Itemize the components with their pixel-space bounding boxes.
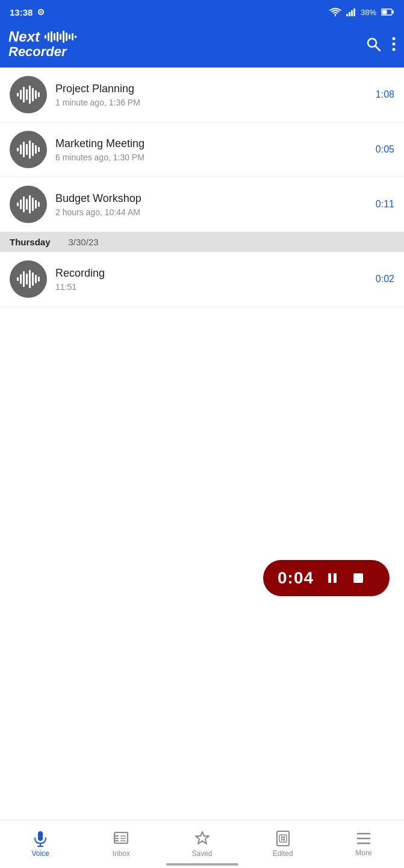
recording-meta: 2 hours ago, 10:44 AM (55, 207, 370, 217)
svg-rect-44 (26, 199, 28, 210)
svg-rect-15 (63, 31, 64, 43)
svg-point-22 (393, 37, 396, 40)
svg-rect-26 (20, 90, 22, 99)
stop-icon (352, 572, 364, 584)
microphone-icon (32, 830, 49, 847)
list-item[interactable]: Recording 11:51 0:02 (0, 252, 404, 307)
list-item[interactable]: Marketing Meeting 6 minutes ago, 1:30 PM… (0, 122, 404, 177)
svg-rect-27 (23, 87, 25, 102)
bottom-nav: Voice Inbox Saved Edited (0, 820, 404, 868)
nav-item-more[interactable]: More (323, 826, 404, 857)
vertical-dots-icon (392, 37, 396, 51)
svg-rect-17 (69, 34, 70, 39)
svg-rect-32 (38, 92, 40, 97)
stop-button[interactable] (351, 571, 365, 585)
svg-rect-60 (38, 831, 43, 841)
svg-rect-57 (328, 573, 331, 583)
svg-rect-2 (346, 14, 348, 16)
nav-label-inbox: Inbox (113, 849, 130, 858)
svg-rect-47 (35, 200, 37, 209)
nav-label-more: More (355, 849, 371, 857)
waveform-icon (16, 84, 41, 105)
svg-rect-30 (32, 88, 34, 101)
svg-rect-53 (29, 270, 31, 288)
nav-label-edited: Edited (273, 849, 293, 858)
recording-info: Project Planning 1 minute ago, 1:36 PM (55, 83, 370, 107)
battery-percentage: 38% (361, 8, 376, 17)
recording-title: Budget Workshop (55, 192, 370, 205)
status-right: 38% (329, 8, 394, 17)
signal-icon (346, 8, 356, 16)
home-indicator (166, 863, 238, 866)
more-icon (355, 831, 372, 846)
waveform-avatar (10, 76, 47, 113)
section-day: Thursday (10, 237, 51, 247)
svg-rect-42 (20, 200, 22, 209)
recording-duration: 0:11 (376, 199, 394, 210)
svg-rect-25 (17, 93, 19, 96)
svg-rect-12 (54, 33, 55, 40)
svg-rect-34 (20, 145, 22, 154)
svg-rect-13 (57, 32, 58, 42)
recording-info: Marketing Meeting 6 minutes ago, 1:30 PM (55, 137, 370, 162)
recording-meta: 6 minutes ago, 1:30 PM (55, 153, 370, 162)
recording-info: Recording 11:51 (55, 267, 370, 292)
status-bar: 13:38 38% (0, 0, 404, 24)
recording-pill: 0:04 (263, 560, 390, 596)
app-title: Next Recorder (8, 28, 78, 60)
recording-title: Marketing Meeting (55, 137, 370, 150)
svg-line-21 (376, 46, 381, 51)
waveform-icon (16, 194, 41, 215)
svg-rect-48 (38, 202, 40, 207)
app-name: Next (8, 28, 40, 46)
svg-rect-56 (38, 277, 40, 281)
recording-duration: 0:02 (376, 274, 394, 285)
section-date: 3/30/23 (69, 237, 99, 247)
svg-point-1 (40, 11, 42, 13)
nav-label-voice: Voice (31, 849, 49, 858)
nav-item-saved[interactable]: Saved (161, 825, 242, 858)
star-icon (194, 830, 211, 847)
svg-rect-71 (277, 831, 289, 846)
svg-rect-35 (23, 142, 25, 157)
svg-rect-18 (72, 33, 73, 40)
waveform-icon (16, 269, 41, 289)
list-item[interactable]: Project Planning 1 minute ago, 1:36 PM 1… (0, 68, 404, 122)
svg-rect-39 (35, 145, 37, 154)
waveform-avatar (10, 131, 47, 168)
svg-rect-59 (353, 573, 363, 583)
svg-rect-10 (48, 33, 49, 41)
svg-rect-33 (17, 148, 19, 151)
top-bar-actions (365, 36, 396, 52)
pause-button[interactable] (325, 570, 340, 586)
nav-item-voice[interactable]: Voice (0, 825, 81, 858)
svg-rect-50 (20, 274, 22, 284)
nav-item-edited[interactable]: Edited (243, 825, 323, 858)
search-button[interactable] (365, 36, 381, 52)
svg-rect-36 (26, 144, 28, 155)
svg-rect-5 (353, 8, 355, 16)
svg-rect-11 (51, 31, 52, 42)
waveform-icon (16, 139, 41, 160)
search-icon (365, 36, 381, 52)
svg-point-23 (393, 43, 396, 46)
svg-rect-41 (17, 203, 19, 206)
svg-rect-51 (23, 271, 25, 287)
app-subtitle: Recorder (8, 44, 67, 59)
list-item[interactable]: Budget Workshop 2 hours ago, 10:44 AM 0:… (0, 177, 404, 232)
svg-rect-7 (393, 11, 394, 14)
nav-item-inbox[interactable]: Inbox (81, 825, 161, 858)
top-bar: Next Recorder (0, 24, 404, 68)
svg-rect-52 (26, 274, 28, 285)
battery-icon (381, 8, 394, 16)
svg-rect-29 (29, 86, 31, 104)
recording-duration: 1:08 (376, 89, 394, 100)
svg-rect-40 (38, 147, 40, 152)
svg-rect-3 (349, 12, 350, 16)
recording-meta: 1 minute ago, 1:36 PM (55, 98, 370, 107)
more-options-button[interactable] (392, 37, 396, 51)
svg-rect-19 (75, 36, 76, 38)
empty-area (0, 307, 404, 560)
svg-rect-14 (60, 34, 61, 40)
recording-timer: 0:04 (278, 568, 314, 588)
